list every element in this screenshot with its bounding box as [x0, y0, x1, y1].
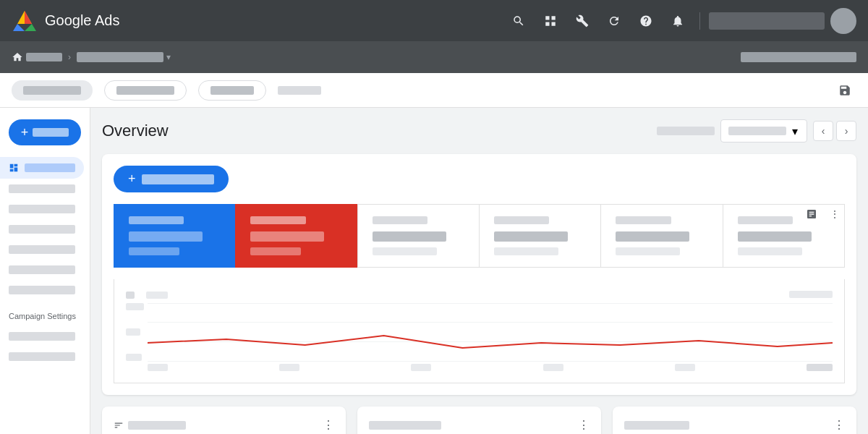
clicks-value: [129, 231, 203, 242]
sidebar-item-keywords[interactable]: [0, 239, 84, 260]
sidebar-audiences-label: [9, 265, 75, 274]
sidebar: + Campaign Settings: [0, 108, 90, 434]
save-icon[interactable]: [833, 79, 856, 102]
chart-area: [114, 279, 845, 383]
new-campaign-text: [142, 174, 214, 184]
sidebar-item-campaigns[interactable]: [0, 179, 84, 199]
subnav-adgroups[interactable]: [104, 80, 187, 101]
sidebar-bidding-label: [9, 286, 75, 294]
bottom-card-1-title: [114, 420, 186, 430]
card3-title-text: [624, 421, 689, 430]
sub-nav-left: [12, 80, 321, 101]
new-button-text: [33, 128, 69, 137]
cost-value: [616, 231, 689, 242]
chart-svg: [148, 303, 833, 361]
cost-sub: [616, 247, 680, 255]
subnav-settings[interactable]: [198, 80, 266, 101]
bottom-card-3: ⋮: [613, 407, 856, 434]
sidebar-item-adgroups[interactable]: [0, 199, 84, 219]
nav-breadcrumb: ▾: [77, 52, 171, 62]
y-axis: [126, 303, 148, 361]
tools-icon[interactable]: [569, 8, 595, 34]
card3-menu-icon[interactable]: ⋮: [833, 418, 845, 432]
sidebar-keywords-label: [9, 245, 75, 254]
grid-icon[interactable]: [537, 8, 563, 34]
subnav-settings-text: [210, 86, 254, 95]
stats-row: [114, 204, 845, 268]
sidebar-item-settings2[interactable]: [0, 346, 84, 367]
chart-legend-item1: [126, 292, 135, 299]
sidebar-item-settings1[interactable]: [0, 326, 84, 346]
prev-arrow[interactable]: ‹: [813, 121, 833, 141]
sub-nav: [0, 73, 868, 108]
svg-marker-3: [25, 24, 36, 31]
filter-icon: [114, 420, 124, 430]
app-title: Google Ads: [45, 12, 119, 29]
help-icon[interactable]: [633, 8, 659, 34]
chart-legend: [126, 291, 168, 299]
new-button[interactable]: +: [9, 119, 81, 145]
x-tick-1: [148, 364, 168, 371]
plus-icon: +: [21, 125, 29, 140]
more-options-icon[interactable]: ⋮: [825, 204, 845, 224]
clicks-sub: [129, 247, 179, 255]
content-area: Overview ▾ ‹ › +: [90, 108, 868, 434]
sidebar-item-audiences[interactable]: [0, 260, 84, 280]
conversions-value: [738, 231, 812, 242]
stats-container: ⋮: [114, 204, 845, 268]
x-tick-4: [543, 364, 563, 371]
card2-title-text: [369, 421, 441, 430]
overview-header-right: ▾ ‹ ›: [657, 119, 856, 142]
chart-top: [126, 291, 833, 299]
page-title: Overview: [102, 122, 169, 140]
nav-right-info: [741, 52, 856, 62]
grid-line-bottom: [148, 361, 833, 362]
clicks-label: [129, 216, 184, 224]
header-search-bar[interactable]: [709, 12, 825, 30]
card1-title-text: [128, 421, 186, 430]
subnav-extra: [278, 86, 321, 95]
nav-breadcrumb-chevron[interactable]: ▾: [166, 52, 171, 62]
nav-breadcrumb-text: [77, 52, 163, 62]
new-campaign-plus-icon: +: [128, 171, 136, 187]
stat-card-cpc: [479, 204, 600, 268]
x-tick-5: [675, 364, 695, 371]
nav-arrows: ‹ ›: [813, 121, 856, 141]
svg-marker-4: [25, 11, 32, 24]
top-header: Google Ads: [0, 0, 868, 41]
ctr-sub: [373, 247, 437, 255]
impressions-value: [250, 231, 324, 242]
sidebar-item-bidding[interactable]: [0, 280, 84, 300]
user-avatar[interactable]: [830, 8, 856, 34]
sidebar-item-ads[interactable]: [0, 219, 84, 239]
google-ads-logo: [12, 8, 38, 34]
conversions-sub: [738, 247, 802, 255]
bottom-card-3-header: ⋮: [624, 418, 845, 432]
bottom-card-1-header: ⋮: [114, 418, 334, 432]
x-tick-2: [279, 364, 299, 371]
sidebar-adgroups-label: [9, 205, 75, 213]
stat-card-clicks: [114, 204, 235, 268]
date-range-dropdown[interactable]: ▾: [720, 119, 807, 142]
notifications-icon[interactable]: [665, 8, 691, 34]
overview-header: Overview ▾ ‹ ›: [102, 119, 856, 142]
sidebar-settings1-label: [9, 332, 75, 341]
bottom-card-2-header: ⋮: [369, 418, 590, 432]
campaign-settings-label[interactable]: Campaign Settings: [0, 306, 90, 326]
campaign-area: + ⋮: [102, 154, 856, 395]
subnav-campaigns[interactable]: [12, 80, 93, 101]
search-icon[interactable]: [506, 8, 532, 34]
sidebar-ads-label: [9, 225, 75, 234]
card2-menu-icon[interactable]: ⋮: [578, 418, 590, 432]
y-tick-3: [126, 354, 142, 361]
sidebar-item-overview[interactable]: [0, 157, 84, 179]
nav-home[interactable]: [12, 51, 62, 63]
new-campaign-button[interactable]: +: [114, 166, 229, 192]
conversions-label: [738, 216, 793, 224]
card1-menu-icon[interactable]: ⋮: [323, 418, 334, 432]
next-arrow[interactable]: ›: [836, 121, 856, 141]
refresh-icon[interactable]: [601, 8, 627, 34]
ctr-value: [373, 231, 446, 242]
chart-icon[interactable]: [801, 204, 822, 224]
x-tick-right: [807, 364, 833, 371]
